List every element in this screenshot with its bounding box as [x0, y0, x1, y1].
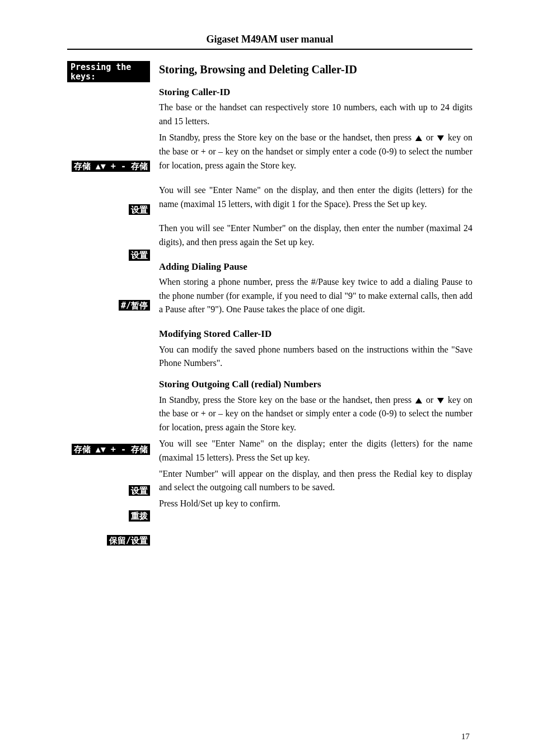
setup-key-icon: 设置: [129, 485, 150, 496]
subheading-storing: Storing Caller-ID: [159, 85, 472, 100]
setup-key-icon: 设置: [129, 250, 150, 261]
text-fragment: In Standby, press the Store key on the b…: [159, 133, 414, 142]
body-text: In Standby, press the Store key on the b…: [159, 131, 472, 172]
subheading-outgoing: Storing Outgoing Call (redial) Numbers: [159, 377, 472, 392]
subheading-modify: Modifying Stored Caller-ID: [159, 327, 472, 341]
body-text: When storing a phone number, press the #…: [159, 275, 472, 317]
page-number: 17: [461, 732, 470, 741]
body-text: The base or the handset can respectively…: [159, 101, 472, 129]
hold-setup-key-icon: 保留/设置: [107, 535, 150, 546]
triangle-up-icon: [415, 135, 422, 141]
text-fragment: In Standby, press the Store key on the b…: [159, 395, 414, 405]
body-text: You can modify the saved phone numbers b…: [159, 343, 472, 371]
triangle-down-icon: [437, 398, 444, 403]
setup-key-icon: 设置: [129, 204, 150, 215]
body-text: You will see "Enter Name" on the display…: [159, 437, 472, 465]
text-fragment: or: [423, 133, 436, 142]
running-header: Gigaset M49AM user manual: [67, 34, 472, 50]
redial-key-icon: 重拨: [129, 510, 150, 522]
triangle-up-icon: [415, 398, 422, 403]
body-text: Then you will see "Enter Number" on the …: [159, 222, 472, 250]
pressing-keys-label: Pressing the keys:: [67, 61, 150, 82]
body-text: Press Hold/Set up key to confirm.: [159, 497, 472, 511]
body-text: You will see "Enter Name" on the display…: [159, 184, 472, 212]
body-text: "Enter Number" will appear on the displa…: [159, 467, 472, 495]
hash-pause-key-icon: #/暂停: [119, 300, 150, 311]
subheading-pause: Adding Dialing Pause: [159, 260, 472, 274]
store-nav-key-icon: 存储 ▲▼ + - 存储: [72, 161, 150, 172]
section-heading: Storing, Browsing and Deleting Caller-ID: [159, 61, 472, 78]
body-text: In Standby, press the Store key on the b…: [159, 393, 472, 435]
text-fragment: or: [423, 395, 436, 405]
store-nav-key-icon: 存储 ▲▼ + - 存储: [72, 444, 150, 455]
triangle-down-icon: [437, 135, 444, 141]
